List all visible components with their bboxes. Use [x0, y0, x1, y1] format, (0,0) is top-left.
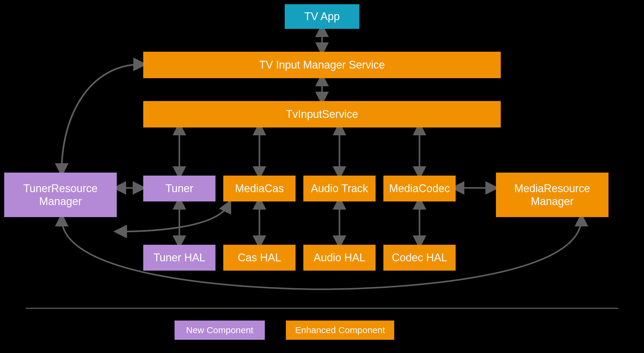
box-audio-track: Audio Track [303, 176, 376, 201]
box-tv-app: TV App [285, 4, 359, 29]
box-cas-hal: Cas HAL [223, 245, 296, 271]
legend-enhanced-component: Enhanced Component [286, 321, 394, 340]
box-tuner-resource-manager: TunerResource Manager [4, 173, 117, 217]
legend-divider [26, 308, 618, 308]
box-audio-hal: Audio HAL [303, 245, 376, 271]
box-media-cas: MediaCas [223, 176, 296, 201]
box-media-codec: MediaCodec [383, 176, 456, 201]
box-tuner-hal: Tuner HAL [143, 245, 215, 271]
legend-new-component: New Component [175, 321, 265, 340]
box-media-resource-manager: MediaResource Manager [496, 173, 608, 217]
box-tuner: Tuner [143, 176, 215, 201]
box-codec-hal: Codec HAL [383, 245, 456, 271]
box-tv-input-manager-service: TV Input Manager Service [143, 52, 501, 78]
box-tv-input-service: TvInputService [143, 101, 501, 127]
